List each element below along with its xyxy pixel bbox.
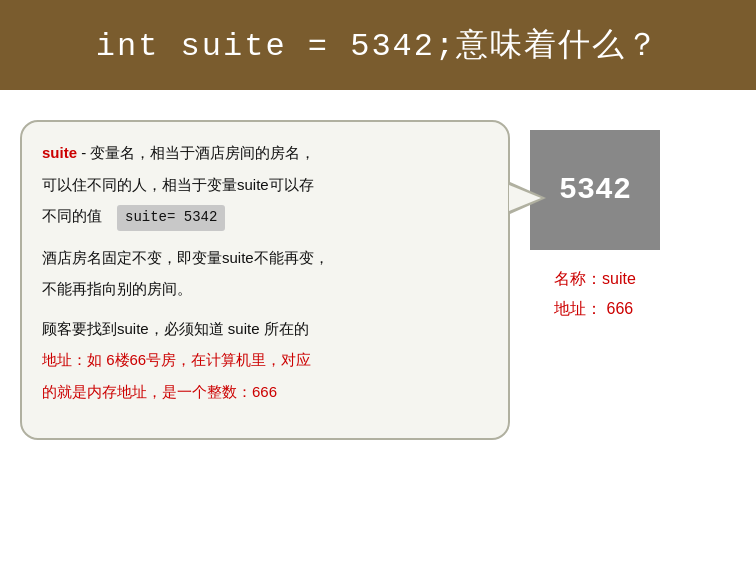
bubble-para2-line2: 不能再指向别的房间。: [42, 276, 488, 302]
bubble-line-3: 不同的值 suite= 5342: [42, 203, 488, 231]
bubble-line-1: suite - 变量名，相当于酒店房间的房名，: [42, 140, 488, 166]
suite-highlight: suite= 5342: [117, 205, 225, 231]
bubble-para3-line1: 顾客要找到suite，必须知道 suite 所在的: [42, 316, 488, 342]
bubble-para3-line3: 的就是内存地址，是一个整数：666: [42, 379, 488, 405]
bubble-para3: 顾客要找到suite，必须知道 suite 所在的 地址：如 6楼66号房，在计…: [42, 316, 488, 405]
bubble-para2: 酒店房名固定不变，即变量suite不能再变， 不能再指向别的房间。: [42, 245, 488, 302]
bubble-line-2: 可以住不同的人，相当于变量suite可以存: [42, 172, 488, 198]
bubble-para3-line2: 地址：如 6楼66号房，在计算机里，对应: [42, 347, 488, 373]
bubble-line-3-prefix: 不同的值: [42, 207, 102, 224]
memory-box: 5342: [530, 130, 660, 250]
memory-value: 5342: [559, 173, 631, 207]
suite-keyword: suite: [42, 144, 77, 161]
main-content: suite - 变量名，相当于酒店房间的房名， 可以住不同的人，相当于变量sui…: [0, 100, 756, 450]
label-name: 名称：suite: [554, 264, 636, 294]
memory-label: 名称：suite 地址： 666: [554, 264, 636, 325]
label-addr: 地址： 666: [554, 294, 636, 324]
bubble-para2-line1: 酒店房名固定不变，即变量suite不能再变，: [42, 245, 488, 271]
header-bar: int suite = 5342;意味着什么？: [0, 0, 756, 90]
right-panel: 5342 名称：suite 地址： 666: [530, 130, 660, 325]
header-title: int suite = 5342;意味着什么？: [96, 23, 660, 67]
bubble-line-1-rest: - 变量名，相当于酒店房间的房名，: [77, 144, 315, 161]
speech-bubble: suite - 变量名，相当于酒店房间的房名， 可以住不同的人，相当于变量sui…: [20, 120, 510, 440]
